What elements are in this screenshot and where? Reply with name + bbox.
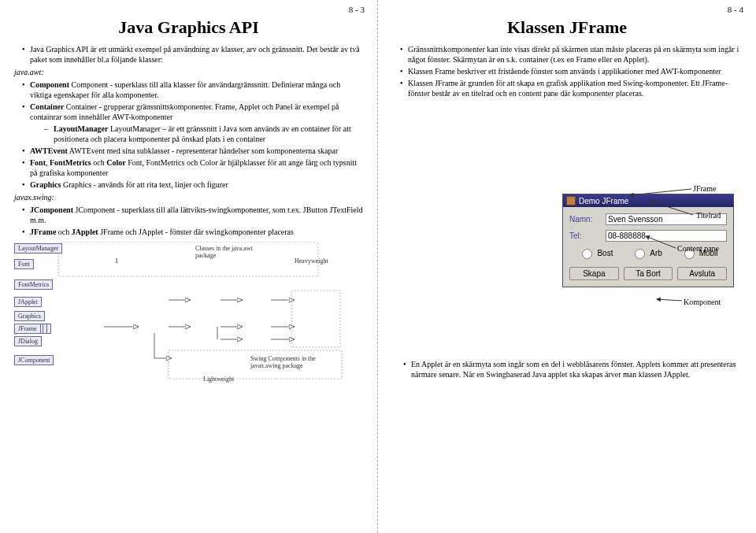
awt-sub-item: LayoutManager LayoutManager – är ett grä… (44, 124, 363, 144)
dgbox-jdialog: JDialog (14, 336, 42, 346)
svg-line-17 (646, 236, 676, 248)
dgbox-japplet: JApplet (14, 297, 42, 307)
dg-label-heavy: Heavyweight (295, 257, 328, 265)
svg-line-15 (630, 189, 691, 195)
dgbox-jframe: JFrame (14, 324, 41, 334)
dg-label-light: Lightweight (203, 376, 234, 383)
svg-line-16 (649, 201, 693, 215)
title-left: Java Graphics API (14, 17, 363, 38)
awt-item: Container Container - grupperar gränssni… (22, 102, 363, 144)
swing-item: JFrame och JApplet JFrame och JApplet - … (22, 227, 363, 237)
dg-label-awt: Classes in the java.awt package (195, 245, 266, 259)
svg-line-18 (657, 299, 682, 301)
dgbox-graphics: Graphics (14, 311, 45, 321)
dg-label-swing: Swing Components in the javax.swing pack… (250, 355, 337, 369)
awt-item: Graphics Graphics - används för att rita… (22, 180, 363, 190)
class-diagram: Object AWTEvent Font LayoutManager FontM… (14, 242, 361, 383)
svg-rect-13 (291, 291, 340, 347)
pkg-swing-label: javax.swing: (14, 193, 363, 202)
awt-item: AWTEvent AWTEvent med sina subklasser - … (22, 146, 363, 156)
svg-rect-12 (58, 242, 318, 276)
pkg-awt-label: java.awt: (14, 68, 363, 76)
dg-one: 1 (115, 257, 118, 265)
dgbox-font: Font (14, 259, 34, 269)
slide-right: 8 - 4 Klassen JFrame Gränssnittskomponen… (378, 0, 756, 533)
slide-left: 8 - 3 Java Graphics API Java Graphics AP… (0, 0, 378, 533)
awt-item: Font, FontMetrics och Color Font, FontMe… (22, 157, 363, 178)
awt-item: Component Component - superklass till al… (22, 80, 363, 100)
dgbox-jcomponent: JComponent (14, 355, 54, 365)
intro-item: Java Graphics API är ett utmärkt exempel… (22, 44, 363, 65)
right-bullet-foot: En Applet är en skärmyta som ingår som e… (403, 359, 742, 379)
dgbox-fontmetrics: FontMetrics (14, 279, 53, 290)
page-number-left: 8 - 3 (349, 5, 365, 14)
swing-item: JComponent JComponent - superklass till … (22, 205, 363, 225)
dgbox-layoutmanager: LayoutManager (14, 243, 62, 254)
